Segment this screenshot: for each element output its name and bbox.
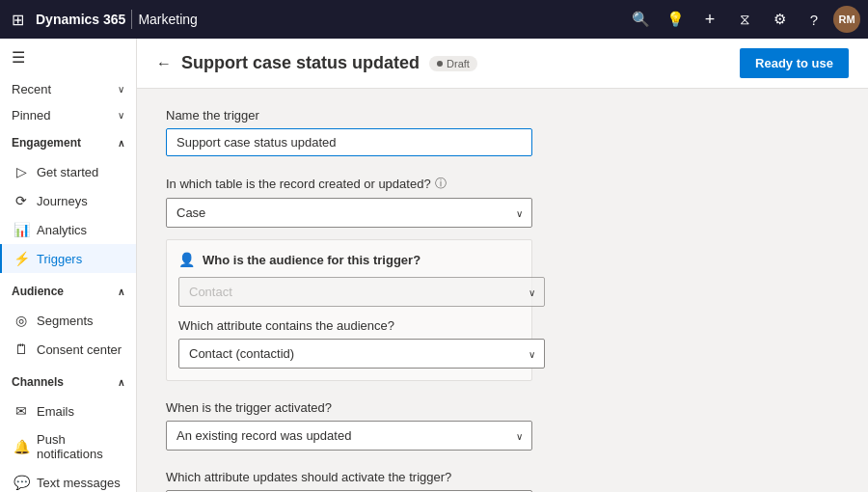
triggers-label: Triggers (37, 252, 82, 266)
attribute-select[interactable]: Contact (contactid) (178, 339, 545, 369)
content-area: ← Support case status updated Draft Read… (137, 39, 868, 492)
get-started-label: Get started (37, 165, 98, 179)
hamburger-icon[interactable]: ☰ (0, 39, 136, 76)
when-activated-group: When is the trigger activated? An existi… (166, 400, 839, 451)
page-header: ← Support case status updated Draft Read… (137, 39, 868, 89)
triggers-icon: ⚡ (14, 251, 29, 266)
back-button[interactable]: ← (156, 55, 172, 72)
audience-section: ◎ Segments 🗒 Consent center (0, 302, 136, 368)
attribute-label: Which attribute contains the audience? (178, 318, 520, 333)
which-attr-label: Which attribute updates should activate … (166, 470, 839, 484)
filter-icon[interactable]: ⧖ (729, 4, 760, 35)
text-icon: 💬 (14, 475, 29, 490)
emails-label: Emails (37, 404, 74, 419)
audience-person-icon: 👤 (178, 252, 195, 267)
table-info-icon[interactable]: ⓘ (435, 176, 447, 192)
which-attr-group: Which attribute updates should activate … (166, 470, 839, 492)
draft-badge: Draft (429, 56, 477, 71)
audience-group-header[interactable]: Audience ∧ (0, 277, 136, 302)
recent-chevron: ∨ (118, 84, 124, 95)
recent-label: Recent (12, 82, 51, 96)
add-icon[interactable]: + (694, 4, 725, 35)
trigger-name-group: Name the trigger (166, 108, 839, 156)
emails-icon: ✉ (14, 403, 29, 419)
consent-icon: 🗒 (14, 342, 29, 357)
audience-box: 👤 Who is the audience for this trigger? … (166, 239, 532, 381)
brand-name: Dynamics 365 (36, 12, 125, 27)
settings-icon[interactable]: ⚙ (764, 4, 795, 35)
when-select-wrapper: An existing record was updated ∨ (166, 421, 532, 451)
engagement-group-header[interactable]: Engagement ∧ (0, 128, 136, 153)
journeys-label: Journeys (37, 194, 88, 208)
audience-select: Contact (178, 277, 545, 307)
sidebar-item-segments[interactable]: ◎ Segments (0, 306, 136, 335)
attribute-select-wrapper: Contact (contactid) ∨ (178, 339, 545, 369)
sidebar-item-triggers[interactable]: ⚡ Triggers (0, 244, 136, 273)
trigger-name-input[interactable] (166, 128, 532, 156)
segments-icon: ◎ (14, 313, 29, 328)
sidebar: ☰ Recent ∨ Pinned ∨ Engagement ∧ ▷ Get s… (0, 39, 137, 492)
sidebar-item-get-started[interactable]: ▷ Get started (0, 157, 136, 186)
audience-group-label: Audience (12, 285, 64, 298)
sidebar-item-analytics[interactable]: 📊 Analytics (0, 215, 136, 244)
channels-section: ✉ Emails 🔔 Push notifications 💬 Text mes… (0, 393, 136, 492)
sidebar-item-text-messages[interactable]: 💬 Text messages (0, 468, 136, 492)
get-started-icon: ▷ (14, 164, 29, 179)
push-icon: 🔔 (14, 439, 29, 454)
user-avatar[interactable]: RM (833, 6, 860, 33)
help-icon[interactable]: ? (799, 4, 829, 35)
sidebar-item-journeys[interactable]: ⟳ Journeys (0, 186, 136, 215)
search-icon[interactable]: 🔍 (625, 4, 656, 35)
main-layout: ☰ Recent ∨ Pinned ∨ Engagement ∧ ▷ Get s… (0, 39, 868, 492)
waffle-icon[interactable]: ⊞ (8, 7, 28, 33)
audience-header: 👤 Who is the audience for this trigger? (178, 252, 520, 267)
table-select[interactable]: Case (166, 198, 532, 228)
when-select[interactable]: An existing record was updated (166, 421, 532, 451)
segments-label: Segments (37, 314, 94, 328)
table-select-wrapper: Case ∨ (166, 198, 532, 228)
sidebar-item-recent[interactable]: Recent ∨ (0, 76, 136, 102)
analytics-icon: 📊 (14, 222, 29, 237)
sidebar-item-push-notifications[interactable]: 🔔 Push notifications (0, 425, 136, 468)
table-group: In which table is the record created or … (166, 176, 839, 381)
push-label: Push notifications (37, 432, 124, 461)
draft-label: Draft (447, 58, 470, 69)
top-nav-icons: 🔍 💡 + ⧖ ⚙ ? RM (625, 4, 860, 35)
text-label: Text messages (37, 476, 121, 490)
brand-divider (131, 10, 132, 29)
trigger-name-label: Name the trigger (166, 108, 839, 123)
channels-chevron: ∧ (118, 377, 124, 388)
channels-group-header[interactable]: Channels ∧ (0, 368, 136, 393)
engagement-chevron: ∧ (118, 138, 124, 149)
ready-to-use-button[interactable]: Ready to use (740, 48, 849, 78)
page-header-left: ← Support case status updated Draft (156, 53, 477, 73)
journeys-icon: ⟳ (14, 193, 29, 208)
audience-chevron: ∧ (118, 287, 124, 297)
page-title: Support case status updated (181, 53, 420, 73)
sidebar-item-emails[interactable]: ✉ Emails (0, 396, 136, 425)
module-name: Marketing (138, 12, 197, 27)
brand: Dynamics 365 Marketing (36, 10, 198, 29)
lightbulb-icon[interactable]: 💡 (660, 4, 691, 35)
sidebar-item-pinned[interactable]: Pinned ∨ (0, 102, 136, 128)
form-area: Name the trigger In which table is the r… (137, 89, 868, 492)
pinned-label: Pinned (12, 108, 50, 123)
when-label: When is the trigger activated? (166, 400, 839, 415)
consent-label: Consent center (37, 342, 122, 357)
engagement-label: Engagement (12, 136, 81, 150)
analytics-label: Analytics (37, 223, 87, 237)
pinned-chevron: ∨ (118, 110, 124, 121)
channels-label: Channels (12, 375, 64, 389)
audience-select-wrapper: Contact ∨ (178, 277, 545, 307)
draft-dot (437, 61, 443, 67)
sidebar-item-consent-center[interactable]: 🗒 Consent center (0, 335, 136, 364)
table-label: In which table is the record created or … (166, 176, 839, 192)
engagement-section: ▷ Get started ⟳ Journeys 📊 Analytics ⚡ T… (0, 153, 136, 277)
top-navigation: ⊞ Dynamics 365 Marketing 🔍 💡 + ⧖ ⚙ ? RM (0, 0, 868, 39)
